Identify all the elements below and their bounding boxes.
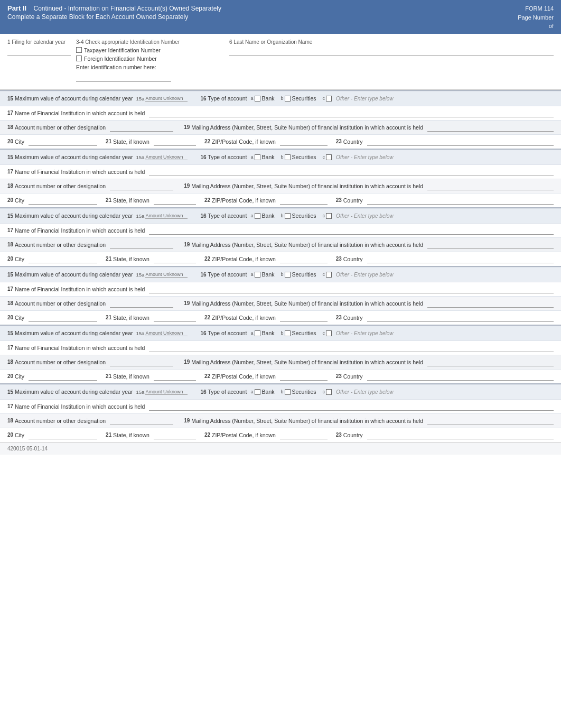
type-b-checkbox-3[interactable]	[285, 272, 291, 278]
id-check-taxpayer: Taxpayer Identification Number	[76, 47, 224, 53]
type-c-checkbox-4[interactable]	[326, 330, 332, 336]
type-c-label-5: c	[323, 389, 325, 394]
amount-unknown-5[interactable]: Amount Unknown	[145, 389, 188, 395]
field23-input-1[interactable]	[367, 196, 554, 205]
field21-input-3[interactable]	[154, 314, 196, 322]
field21-input-1[interactable]	[154, 196, 196, 205]
field19-input-3[interactable]	[427, 299, 554, 308]
type-a-checkbox-2[interactable]	[255, 213, 260, 219]
field18-num-0: 18	[7, 124, 15, 130]
taxpayer-checkbox[interactable]	[76, 47, 82, 53]
field20-input-1[interactable]	[29, 196, 97, 205]
field20-text-3: City	[15, 315, 24, 321]
field17-input-2[interactable]	[149, 226, 554, 235]
type-b-checkbox-4[interactable]	[285, 330, 291, 336]
field23-input-0[interactable]	[367, 137, 554, 146]
field20-input-0[interactable]	[29, 137, 97, 146]
field19-input-1[interactable]	[427, 182, 554, 190]
type-a-checkbox-3[interactable]	[255, 272, 260, 278]
id-number-input[interactable]	[76, 72, 171, 82]
field17-input-3[interactable]	[149, 285, 554, 293]
type-a-checkbox-1[interactable]	[255, 154, 260, 160]
field19-input-2[interactable]	[427, 241, 554, 249]
type-b-checkbox-0[interactable]	[285, 96, 291, 102]
field18-input-5[interactable]	[110, 417, 173, 425]
amount-unknown-0[interactable]: Amount Unknown	[145, 96, 188, 102]
type-b-checkbox-1[interactable]	[285, 154, 291, 160]
amount-unknown-3[interactable]: Amount Unknown	[145, 272, 188, 278]
field17-input-1[interactable]	[149, 168, 554, 176]
field19-input-5[interactable]	[427, 417, 554, 425]
field18-input-2[interactable]	[110, 241, 173, 249]
field21-input-4[interactable]	[154, 372, 196, 381]
field20-input-3[interactable]	[29, 314, 97, 322]
field17-input-0[interactable]	[149, 109, 554, 117]
securities-label-2: Securities	[292, 213, 316, 219]
field18-text-2: Account number or other designation	[15, 242, 106, 248]
field21-input-5[interactable]	[154, 431, 196, 439]
field18-input-1[interactable]	[110, 182, 173, 190]
field17-input-4[interactable]	[149, 344, 554, 352]
field21-text-0: State, if known	[113, 139, 149, 145]
account-block-3: 15 Maximum value of account during calen…	[0, 207, 561, 266]
type-a-checkbox-4[interactable]	[255, 330, 260, 336]
field15-num-0: 15	[7, 96, 15, 102]
field6-input[interactable]	[229, 46, 554, 56]
field22-num-4: 22	[204, 373, 212, 379]
field34-label: 3-4 Check appropriate Identification Num…	[76, 39, 224, 45]
field20-input-5[interactable]	[29, 431, 97, 439]
type-a-checkbox-5[interactable]	[255, 389, 260, 395]
header-subtitle: Complete a Separate Block for Each Accou…	[7, 13, 221, 21]
amount-unknown-4[interactable]: Amount Unknown	[145, 330, 188, 336]
type-b-checkbox-5[interactable]	[285, 389, 291, 395]
field17-num-1: 17	[7, 169, 15, 174]
field23-input-2[interactable]	[367, 255, 554, 263]
field22-input-3[interactable]	[280, 314, 328, 322]
amount-unknown-2[interactable]: Amount Unknown	[145, 213, 188, 219]
field19-input-4[interactable]	[427, 358, 554, 366]
foreign-checkbox[interactable]	[76, 56, 82, 61]
field21-input-2[interactable]	[154, 255, 196, 263]
field18-input-0[interactable]	[110, 123, 173, 132]
field23-input-4[interactable]	[367, 372, 554, 381]
accounts-container: 15 Maximum value of account during calen…	[0, 90, 561, 442]
type-c-checkbox-3[interactable]	[326, 272, 332, 278]
field19-input-0[interactable]	[427, 123, 554, 132]
field22-input-5[interactable]	[280, 431, 328, 439]
field16-num-2: 16	[200, 213, 208, 219]
account-block-4: 15 Maximum value of account during calen…	[0, 266, 561, 325]
field22-input-1[interactable]	[280, 196, 328, 205]
field17-input-5[interactable]	[149, 402, 554, 411]
field1-label: 1 Filing for calendar year	[7, 39, 71, 45]
field18-input-3[interactable]	[110, 299, 173, 308]
field20-input-2[interactable]	[29, 255, 97, 263]
field16-text-5: Type of account	[208, 389, 247, 395]
form-name: FORM 114	[518, 4, 554, 13]
type-c-checkbox-2[interactable]	[326, 213, 332, 219]
account-block-1: 15 Maximum value of account during calen…	[0, 90, 561, 149]
type-a-checkbox-0[interactable]	[255, 96, 260, 102]
field22-input-4[interactable]	[280, 372, 328, 381]
row-18-19-4: 18 Account number or other designation 1…	[0, 355, 561, 369]
field21-text-1: State, if known	[113, 197, 149, 204]
type-c-checkbox-0[interactable]	[326, 96, 332, 102]
other-enter-label-3: Other - Enter type below	[336, 272, 393, 278]
top-info-section: 1 Filing for calendar year 3-4 Check app…	[0, 34, 561, 90]
field22-num-1: 22	[204, 197, 212, 203]
field18-num-2: 18	[7, 242, 15, 247]
field22-input-2[interactable]	[280, 255, 328, 263]
type-b-label-4: b	[280, 330, 283, 336]
field23-text-0: Country	[343, 139, 363, 145]
field22-input-0[interactable]	[280, 137, 328, 146]
row-18-19-0: 18 Account number or other designation 1…	[0, 120, 561, 134]
field1-input[interactable]	[7, 46, 71, 56]
type-c-checkbox-5[interactable]	[326, 389, 332, 395]
amount-unknown-1[interactable]: Amount Unknown	[145, 154, 188, 160]
field23-input-3[interactable]	[367, 314, 554, 322]
field21-input-0[interactable]	[154, 137, 196, 146]
field23-input-5[interactable]	[367, 431, 554, 439]
type-b-checkbox-2[interactable]	[285, 213, 291, 219]
field18-input-4[interactable]	[110, 358, 173, 366]
type-c-checkbox-1[interactable]	[326, 154, 332, 160]
field20-input-4[interactable]	[29, 372, 97, 381]
